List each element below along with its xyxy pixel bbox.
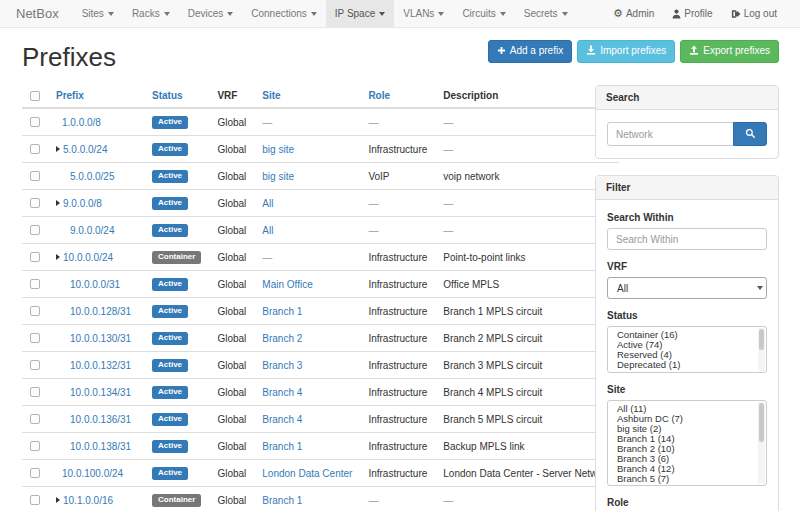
description-value: Branch 1 MPLS circuit (435, 298, 619, 325)
select-all-checkbox[interactable] (30, 91, 40, 101)
table-row: 9.0.0.0/24 Active Global All — — (22, 217, 619, 244)
prefix-link[interactable]: 10.0.0.138/31 (70, 441, 131, 452)
row-checkbox[interactable] (30, 225, 40, 235)
role-value: — (360, 487, 435, 511)
nav-item[interactable]: Secrets (515, 0, 577, 27)
prefix-link[interactable]: 10.0.0.0/31 (70, 279, 120, 290)
site-option[interactable]: COLO-1-24 (2) (608, 484, 766, 486)
vrf-value: Global (209, 433, 254, 460)
logout-link[interactable]: Log out (722, 0, 786, 27)
filter-panel-title: Filter (596, 176, 778, 200)
row-checkbox[interactable] (30, 468, 40, 478)
site-link[interactable]: All (262, 198, 273, 209)
prefix-link[interactable]: 5.0.0.0/24 (63, 144, 107, 155)
prefix-link[interactable]: 10.0.0.0/24 (63, 252, 113, 263)
search-within-input[interactable] (607, 228, 767, 250)
row-checkbox[interactable] (30, 144, 40, 154)
nav-item[interactable]: VLANs (394, 0, 453, 27)
nav-item[interactable]: Sites (73, 0, 123, 27)
prefix-link[interactable]: 10.0.0.136/31 (70, 414, 131, 425)
scrollbar-thumb[interactable] (759, 403, 764, 442)
nav-item[interactable]: Connections (242, 0, 326, 27)
row-checkbox[interactable] (30, 279, 40, 289)
site-link[interactable]: Main Office (262, 279, 312, 290)
table-row: 5.0.0.0/24 Active Global big site Infras… (22, 136, 619, 163)
prefix-link[interactable]: 9.0.0.0/8 (63, 198, 102, 209)
site-option[interactable]: Branch 5 (7) (608, 474, 766, 484)
admin-link[interactable]: ⚙ Admin (604, 0, 663, 27)
site-link[interactable]: London Data Center (262, 468, 352, 479)
site-option[interactable]: big site (2) (608, 424, 766, 434)
row-checkbox[interactable] (30, 117, 40, 127)
row-checkbox[interactable] (30, 306, 40, 316)
description-value: Backup MPLS link (435, 433, 619, 460)
search-button[interactable] (733, 122, 767, 146)
search-panel: Search (595, 85, 779, 159)
column-header-site[interactable]: Site (254, 85, 360, 108)
status-option[interactable]: Active (74) (608, 340, 766, 350)
table-row: 10.0.0.0/31 Active Global Main Office In… (22, 271, 619, 298)
row-checkbox[interactable] (30, 414, 40, 424)
site-link[interactable]: Branch 4 (262, 414, 302, 425)
empty-dash: — (368, 198, 378, 209)
site-link[interactable]: big site (262, 171, 294, 182)
vrf-select[interactable]: All (607, 277, 767, 299)
site-link[interactable]: Branch 3 (262, 360, 302, 371)
site-link[interactable]: Branch 1 (262, 495, 302, 506)
prefix-link[interactable]: 10.0.0.128/31 (70, 306, 131, 317)
prefix-link[interactable]: 9.0.0.0/24 (70, 225, 114, 236)
row-checkbox[interactable] (30, 360, 40, 370)
row-checkbox[interactable] (30, 387, 40, 397)
site-value: Branch 3 (254, 352, 360, 379)
prefix-link[interactable]: 10.1.0.0/16 (63, 495, 113, 506)
status-option[interactable]: Reserved (4) (608, 350, 766, 360)
row-checkbox[interactable] (30, 198, 40, 208)
user-icon (672, 9, 681, 19)
site-option[interactable]: Ashburn DC (7) (608, 414, 766, 424)
prefix-link[interactable]: 1.0.0.0/8 (62, 117, 101, 128)
export-prefixes-button[interactable]: Export prefixes (680, 40, 779, 63)
search-input[interactable] (607, 122, 734, 146)
site-link[interactable]: Branch 2 (262, 333, 302, 344)
site-link[interactable]: Branch 1 (262, 306, 302, 317)
site-link[interactable]: All (262, 225, 273, 236)
row-checkbox[interactable] (30, 252, 40, 262)
site-link[interactable]: Branch 4 (262, 387, 302, 398)
prefix-link[interactable]: 10.0.0.130/31 (70, 333, 131, 344)
column-header-prefix[interactable]: Prefix (48, 85, 144, 108)
site-option[interactable]: Branch 3 (6) (608, 454, 766, 464)
site-option[interactable]: Branch 1 (14) (608, 434, 766, 444)
status-option[interactable]: Container (16) (608, 330, 766, 340)
scrollbar-thumb[interactable] (759, 329, 764, 350)
import-prefixes-button[interactable]: Import prefixes (577, 40, 675, 63)
nav-item[interactable]: Devices (179, 0, 243, 27)
status-badge: Active (152, 332, 188, 346)
row-checkbox[interactable] (30, 495, 40, 505)
row-checkbox[interactable] (30, 171, 40, 181)
prefix-link[interactable]: 10.0.0.132/31 (70, 360, 131, 371)
row-checkbox[interactable] (30, 441, 40, 451)
site-option[interactable]: Branch 2 (10) (608, 444, 766, 454)
site-link[interactable]: big site (262, 144, 294, 155)
site-option[interactable]: Branch 4 (12) (608, 464, 766, 474)
header-actions: Add a prefix Import prefixes Export pref… (488, 40, 779, 63)
vrf-value: Global (209, 271, 254, 298)
prefix-link[interactable]: 5.0.0.0/25 (70, 171, 114, 182)
nav-item[interactable]: Racks (123, 0, 179, 27)
column-header-status[interactable]: Status (144, 85, 209, 108)
prefix-link[interactable]: 10.0.0.134/31 (70, 387, 131, 398)
status-option[interactable]: Deprecated (1) (608, 360, 766, 370)
table-row: 10.0.0.130/31 Active Global Branch 2 Inf… (22, 325, 619, 352)
brand[interactable]: NetBox (16, 0, 59, 27)
row-checkbox[interactable] (30, 333, 40, 343)
prefix-list: Prefix Status VRF Site Role Description (22, 85, 577, 511)
add-prefix-button[interactable]: Add a prefix (488, 40, 572, 63)
nav-item[interactable]: Circuits (453, 0, 514, 27)
nav-item[interactable]: IP Space (326, 0, 394, 27)
empty-dash: — (262, 252, 272, 263)
site-link[interactable]: Branch 1 (262, 441, 302, 452)
site-option[interactable]: All (11) (608, 404, 766, 414)
column-header-role[interactable]: Role (360, 85, 435, 108)
profile-link[interactable]: Profile (663, 0, 721, 27)
prefix-link[interactable]: 10.0.100.0/24 (62, 468, 123, 479)
